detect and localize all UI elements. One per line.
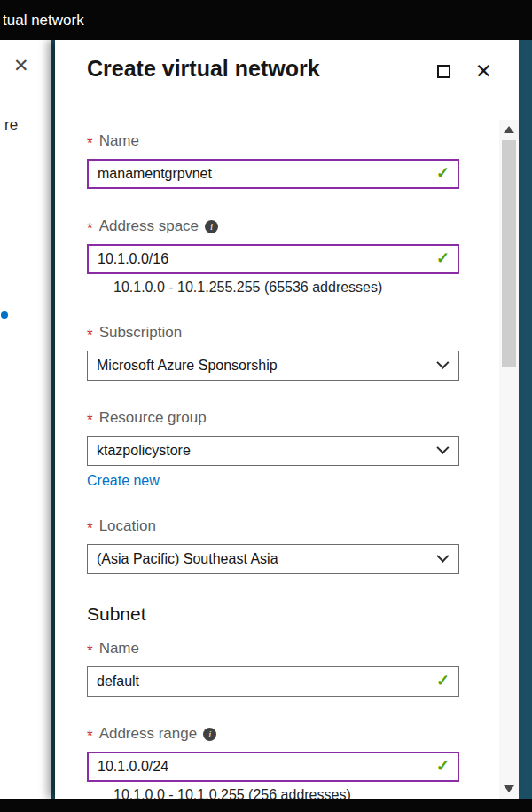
subscription-label-row: * Subscription <box>87 324 499 342</box>
resource-group-label: Resource group <box>99 409 207 427</box>
address-space-label-row: * Address space i <box>87 217 499 235</box>
selected-item-dot-icon <box>1 311 8 319</box>
scroll-down-icon[interactable] <box>504 785 514 792</box>
resource-group-dropdown[interactable]: ktazpolicystore <box>87 436 459 466</box>
valid-check-icon: ✓ <box>436 758 450 774</box>
required-asterisk: * <box>87 327 93 343</box>
subnet-name-input-wrap: ✓ <box>87 666 459 697</box>
subnet-address-range-field-group: * Address range i ✓ 10.1.0.0 - 10.1.0.25… <box>87 725 499 799</box>
resource-group-selected-value: ktazpolicystore <box>97 443 191 459</box>
resource-group-field-group: * Resource group ktazpolicystore Create … <box>87 409 499 489</box>
address-space-field-group: * Address space i ✓ 10.1.0.0 - 10.1.255.… <box>87 217 499 296</box>
info-icon[interactable]: i <box>205 220 218 233</box>
address-space-input[interactable] <box>87 244 459 274</box>
create-new-link[interactable]: Create new <box>87 473 160 489</box>
scroll-up-icon[interactable] <box>504 126 514 133</box>
subscription-dropdown[interactable]: Microsoft Azure Sponsorship <box>87 351 459 381</box>
location-label-row: * Location <box>87 517 499 535</box>
required-asterisk: * <box>87 136 93 151</box>
required-asterisk: * <box>87 643 93 658</box>
chevron-down-icon <box>436 550 449 563</box>
valid-check-icon: ✓ <box>436 165 450 181</box>
subnet-name-label: Name <box>99 640 139 658</box>
name-label-row: * Name <box>87 132 499 150</box>
background-blade: ✕ re <box>0 40 51 799</box>
location-field-group: * Location (Asia Pacific) Southeast Asia <box>87 517 499 574</box>
address-space-helper-text: 10.1.0.0 - 10.1.255.255 (65536 addresses… <box>113 279 499 296</box>
valid-check-icon: ✓ <box>436 250 450 266</box>
subscription-label: Subscription <box>99 324 183 342</box>
close-icon[interactable]: ✕ <box>13 56 29 75</box>
location-label: Location <box>99 517 156 535</box>
name-input-wrap: ✓ <box>87 159 459 189</box>
blade-title: Create virtual network <box>87 56 320 82</box>
subnet-address-range-input-wrap: ✓ <box>87 752 459 782</box>
required-asterisk: * <box>87 729 93 744</box>
create-virtual-network-blade: Create virtual network ✕ * Name ✓ * Addr… <box>55 40 519 799</box>
location-selected-value: (Asia Pacific) Southeast Asia <box>97 551 278 567</box>
subnet-section-heading: Subnet <box>87 603 499 626</box>
subnet-name-input[interactable] <box>87 666 459 697</box>
close-icon[interactable]: ✕ <box>475 61 492 82</box>
valid-check-icon: ✓ <box>436 673 450 689</box>
location-dropdown[interactable]: (Asia Pacific) Southeast Asia <box>87 544 459 574</box>
required-asterisk: * <box>87 413 93 428</box>
maximize-icon[interactable] <box>437 65 450 78</box>
subnet-address-range-helper-text: 10.1.0.0 - 10.1.0.255 (256 addresses) <box>113 786 499 799</box>
chevron-down-icon <box>436 357 449 369</box>
topbar-breadcrumb: tual network <box>3 12 84 29</box>
name-input[interactable] <box>87 159 459 189</box>
subnet-name-field-group: * Name ✓ <box>87 640 499 697</box>
info-icon[interactable]: i <box>203 728 216 741</box>
subscription-selected-value: Microsoft Azure Sponsorship <box>97 358 278 374</box>
required-asterisk: * <box>87 521 93 536</box>
bottom-bar <box>0 799 532 812</box>
subnet-name-label-row: * Name <box>87 640 499 658</box>
name-label: Name <box>99 132 139 150</box>
subnet-address-range-label: Address range <box>99 725 198 743</box>
top-bar: tual network <box>0 0 532 40</box>
subscription-field-group: * Subscription Microsoft Azure Sponsorsh… <box>87 324 499 381</box>
required-asterisk: * <box>87 221 93 236</box>
background-blade-partial-text: re <box>4 116 18 134</box>
blade-content: * Name ✓ * Address space i ✓ 10.1.0.0 - … <box>55 120 499 799</box>
subnet-address-range-label-row: * Address range i <box>87 725 499 743</box>
address-space-label: Address space <box>99 217 199 235</box>
chevron-down-icon <box>436 442 449 454</box>
resource-group-label-row: * Resource group <box>87 409 499 427</box>
address-space-input-wrap: ✓ <box>87 244 459 274</box>
name-field-group: * Name ✓ <box>87 132 499 189</box>
blade-header-icons: ✕ <box>437 61 492 82</box>
subnet-address-range-input[interactable] <box>87 752 459 782</box>
scrollbar-thumb[interactable] <box>502 140 516 367</box>
blade-header: Create virtual network ✕ <box>55 40 519 120</box>
scrollbar[interactable] <box>499 120 519 799</box>
